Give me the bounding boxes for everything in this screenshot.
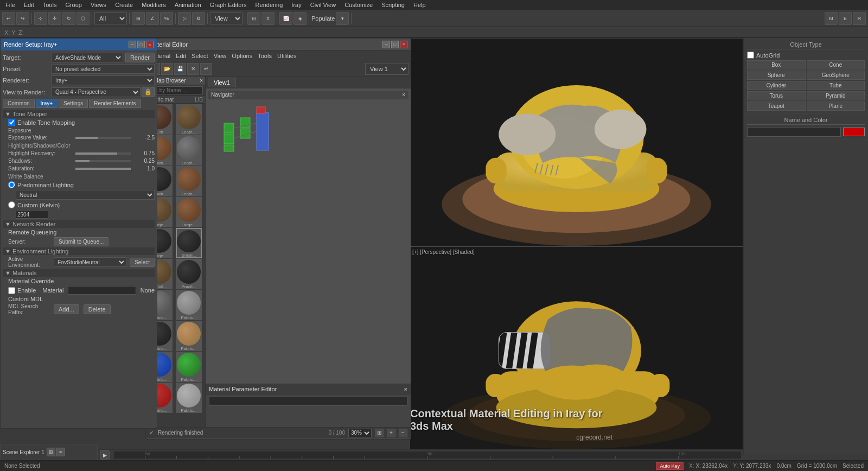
swatch-20[interactable]: Fabric... — [176, 383, 202, 413]
menu-modifiers[interactable]: Modifiers — [141, 2, 167, 8]
menu-options[interactable]: Options — [232, 53, 252, 59]
menu-utilities[interactable]: Utilities — [277, 53, 296, 59]
swatch-2[interactable]: Leath... — [176, 104, 202, 135]
mat-undo-btn[interactable]: ↩ — [200, 63, 212, 75]
populate-settings[interactable]: ▾ — [336, 12, 349, 25]
view-to-render-dropdown[interactable]: Quad 4 - Perspective — [52, 87, 141, 97]
curve-editor-btn[interactable]: 📈 — [279, 12, 292, 25]
shadows-slider[interactable] — [75, 160, 131, 162]
swatch-18[interactable]: Fabric... — [176, 352, 202, 382]
navigator-close[interactable]: × — [402, 92, 405, 98]
menu-file[interactable]: File — [4, 2, 16, 8]
menu-rendering[interactable]: Rendering — [254, 2, 284, 8]
render-button[interactable]: Render — [125, 53, 155, 62]
menu-iray[interactable]: Iray — [290, 2, 302, 8]
param-editor-close[interactable]: × — [404, 386, 407, 392]
obj-pyramid[interactable]: Pyramid — [807, 91, 865, 100]
menu-tools[interactable]: Tools — [258, 53, 272, 59]
menu-help[interactable]: Help — [412, 2, 427, 8]
tab-settings[interactable]: Settings — [59, 99, 88, 108]
target-dropdown[interactable]: ActiveShade Mode — [52, 53, 123, 62]
swatch-6[interactable]: Leath... — [176, 166, 202, 196]
mirror-btn[interactable]: ⊟ — [247, 12, 260, 25]
menu-animation[interactable]: Animation — [174, 2, 202, 8]
menu-edit[interactable]: Edit — [176, 53, 186, 59]
add-btn[interactable]: Add... — [54, 304, 79, 314]
wb-predominant-radio[interactable] — [8, 181, 15, 188]
env-lighting-header[interactable]: ▼ Environment Lighting — [3, 247, 155, 255]
kelvin-input[interactable]: 2504 — [16, 210, 48, 219]
renderer-dropdown[interactable]: Iray+ — [52, 75, 155, 85]
menu-scripting[interactable]: Scripting — [380, 2, 406, 8]
angle-snap[interactable]: ∠ — [146, 12, 159, 25]
wb-kelvin-radio[interactable] — [8, 201, 15, 208]
material-input[interactable] — [68, 286, 136, 295]
network-render-header[interactable]: ▼ Network Render — [3, 220, 155, 228]
minimize-btn[interactable]: ─ — [129, 41, 136, 48]
render-frame-btn[interactable]: R — [853, 12, 866, 25]
mat-view-dropdown[interactable]: View 1 — [365, 63, 409, 75]
highlight-recovery-slider[interactable] — [75, 152, 131, 155]
mat-restore-btn[interactable]: □ — [391, 41, 399, 48]
swatch-14[interactable]: Fabric... — [176, 290, 202, 320]
scene-explorer-btn1[interactable]: ⊞ — [47, 448, 55, 456]
rotate-btn[interactable]: ↻ — [62, 12, 75, 25]
menu-group[interactable]: Group — [64, 2, 83, 8]
schematic-btn[interactable]: ◈ — [293, 12, 307, 25]
obj-tube[interactable]: Tube — [807, 81, 865, 90]
tab-iray[interactable]: Iray+ — [36, 99, 58, 108]
menu-customize[interactable]: Customize — [343, 2, 374, 8]
view-dropdown[interactable]: View — [210, 12, 242, 24]
menu-edit[interactable]: Edit — [23, 2, 35, 8]
render-setup-btn[interactable]: ⚙ — [192, 12, 205, 25]
tone-mapper-header[interactable]: ▼ Tone Mapper — [3, 110, 155, 118]
autokey-btn[interactable]: Auto Key — [656, 462, 684, 470]
tab-view1[interactable]: View1 — [208, 78, 236, 87]
scale-btn[interactable]: ⬡ — [76, 12, 90, 25]
obj-geosphere[interactable]: GeoSphere — [807, 71, 865, 80]
select-btn[interactable]: Select — [130, 258, 155, 267]
zoom-in-btn[interactable]: + — [387, 429, 395, 437]
browser-close-icon[interactable]: × — [200, 78, 203, 84]
lock-btn[interactable]: 🔒 — [142, 87, 155, 97]
menu-create[interactable]: Create — [114, 2, 134, 8]
name-input[interactable] — [747, 127, 841, 137]
swatch-10[interactable]: Small... — [176, 228, 202, 258]
render-btn[interactable]: ▷ — [178, 12, 191, 25]
delete-btn[interactable]: Delete — [84, 304, 111, 314]
menu-graph-editors[interactable]: Graph Editors — [209, 2, 248, 8]
color-swatch[interactable] — [843, 128, 865, 136]
mat-close-btn[interactable]: × — [400, 41, 407, 48]
obj-box[interactable]: Box — [747, 60, 806, 69]
obj-sphere[interactable]: Sphere — [747, 71, 806, 80]
mat-delete-btn[interactable]: ✕ — [187, 63, 199, 75]
env-dropdown[interactable]: EnvStudioNeutral — [54, 257, 126, 267]
restore-btn[interactable]: □ — [137, 41, 145, 48]
filter-dropdown[interactable]: All — [94, 12, 127, 24]
materials-header[interactable]: ▼ Materials — [3, 269, 155, 277]
menu-tools[interactable]: Tools — [42, 2, 58, 8]
param-search-input[interactable] — [209, 397, 407, 406]
zoom-dropdown[interactable]: 30% — [348, 429, 372, 437]
preset-dropdown[interactable]: No preset selected — [52, 64, 155, 74]
percent-snap[interactable]: % — [160, 12, 173, 25]
tab-common[interactable]: Common — [3, 99, 35, 108]
menu-select[interactable]: Select — [192, 53, 208, 59]
enable-tone-mapping-checkbox[interactable] — [8, 119, 15, 126]
obj-torus[interactable]: Torus — [747, 91, 806, 100]
obj-plane[interactable]: Plane — [807, 101, 865, 111]
swatch-8[interactable]: Large... — [176, 197, 202, 227]
mat-open-btn[interactable]: 📂 — [161, 63, 173, 75]
undo-btn[interactable]: ↩ — [2, 12, 15, 25]
swatch-12[interactable]: Small... — [176, 259, 202, 289]
swatch-16[interactable]: Fabric... — [176, 321, 202, 351]
material-editor-btn[interactable]: M — [825, 12, 838, 25]
close-btn[interactable]: × — [146, 41, 154, 48]
align-btn[interactable]: ≡ — [261, 12, 275, 25]
exposure-slider[interactable] — [75, 137, 131, 139]
menu-view[interactable]: View — [214, 53, 227, 59]
zoom-out-btn[interactable]: − — [399, 429, 407, 437]
mat-minimize-btn[interactable]: ─ — [382, 41, 390, 48]
mat-save-btn[interactable]: 💾 — [174, 63, 186, 75]
menu-views[interactable]: Views — [90, 2, 107, 8]
